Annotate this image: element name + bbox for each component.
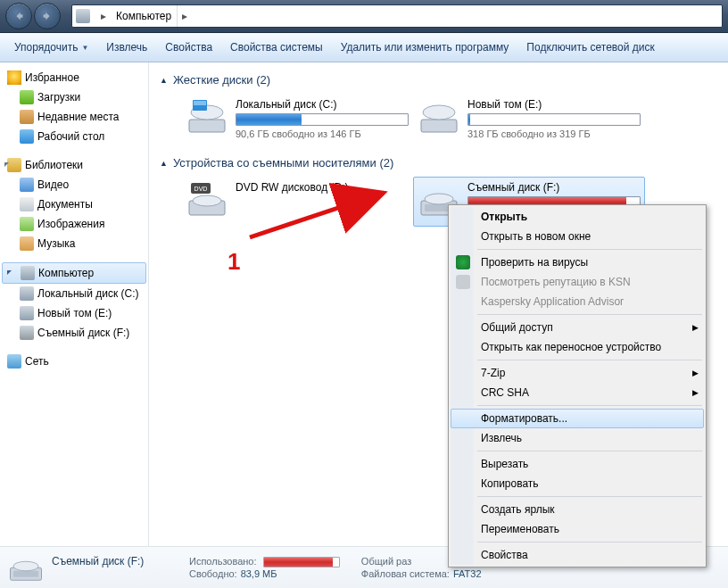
nav-libraries[interactable]: Библиотеки <box>0 155 148 175</box>
svg-text:DVD: DVD <box>194 186 208 192</box>
status-fs-label: Файловая система: <box>361 568 450 579</box>
network-icon <box>7 354 21 369</box>
capacity-bar <box>467 113 641 126</box>
titlebar: ▸ Компьютер ▸ <box>0 0 728 33</box>
organize-menu[interactable]: Упорядочить▼ <box>5 33 97 62</box>
drive-local-c[interactable]: Локальный диск (C:) 90,6 ГБ свободно из … <box>181 94 413 144</box>
removable-disk-icon <box>7 551 45 584</box>
nav-network[interactable]: Сеть <box>0 352 148 371</box>
status-free-value: 83,9 МБ <box>241 568 277 579</box>
ctx-share[interactable]: Общий доступ▶ <box>451 318 704 337</box>
ctx-properties[interactable]: Свойства <box>451 545 704 565</box>
command-bar: Упорядочить▼ Извлечь Свойства Свойства с… <box>0 33 728 62</box>
status-free-label: Свободно: <box>189 568 237 579</box>
status-size-label: Общий раз <box>361 556 411 567</box>
drive-label: DVD RW дисковод (D:) <box>236 181 409 194</box>
dvd-drive-icon: DVD <box>186 181 228 219</box>
ctx-open-new-window[interactable]: Открыть в новом окне <box>451 227 704 246</box>
eject-button[interactable]: Извлечь <box>97 33 156 62</box>
expand-caret-icon[interactable] <box>4 161 12 170</box>
svg-rect-3 <box>194 101 206 105</box>
hdd-icon <box>20 286 34 301</box>
uninstall-button[interactable]: Удалить или изменить программу <box>332 33 518 62</box>
ctx-cut[interactable]: Вырезать <box>451 454 704 474</box>
nav-favorites[interactable]: Избранное <box>0 68 148 87</box>
svg-rect-16 <box>13 571 38 577</box>
computer-icon <box>76 9 90 23</box>
map-drive-button[interactable]: Подключить сетевой диск <box>517 33 663 62</box>
submenu-arrow-icon: ▶ <box>692 388 699 397</box>
ctx-scan-virus[interactable]: Проверить на вирусы <box>451 253 704 272</box>
nav-videos[interactable]: Видео <box>0 175 148 195</box>
downloads-icon <box>20 90 34 104</box>
nav-pictures[interactable]: Изображения <box>0 214 148 234</box>
pictures-icon <box>20 217 34 231</box>
nav-removable-f[interactable]: Съемный диск (F:) <box>0 323 148 343</box>
address-bar[interactable]: ▸ Компьютер ▸ <box>71 4 723 28</box>
documents-icon <box>20 197 34 211</box>
expand-caret-icon[interactable] <box>6 269 14 277</box>
ctx-ksn-reputation: Посмотреть репутацию в KSN <box>451 272 704 292</box>
breadcrumb-computer[interactable]: Компьютер <box>111 5 178 27</box>
video-icon <box>20 178 34 192</box>
svg-point-9 <box>193 195 221 206</box>
nav-documents[interactable]: Документы <box>0 195 148 214</box>
ctx-kaspersky-advisor: Kaspersky Application Advisor <box>451 292 704 311</box>
music-icon <box>20 236 34 251</box>
shield-grey-icon <box>456 275 470 289</box>
ctx-crc-sha[interactable]: CRC SHA▶ <box>451 383 704 402</box>
breadcrumb-chevron-icon[interactable]: ▸ <box>178 10 192 22</box>
hdd-icon <box>418 98 460 136</box>
drive-dvd-d[interactable]: DVD DVD RW дисковод (D:) <box>181 177 413 227</box>
drive-label: Новый том (E:) <box>467 98 641 111</box>
capacity-bar <box>236 113 409 126</box>
status-used-label: Использовано: <box>189 556 257 567</box>
drive-label: Локальный диск (C:) <box>236 98 409 111</box>
nav-desktop[interactable]: Рабочий стол <box>0 127 148 146</box>
explorer-window: ▸ Компьютер ▸ Упорядочить▼ Извлечь Свойс… <box>0 0 728 588</box>
drive-new-volume-e[interactable]: Новый том (E:) 318 ГБ свободно из 319 ГБ <box>413 94 645 144</box>
svg-rect-4 <box>421 120 457 132</box>
nav-local-disk-c[interactable]: Локальный диск (C:) <box>0 284 148 303</box>
nav-recent[interactable]: Недавние места <box>0 107 148 127</box>
ctx-open[interactable]: Открыть <box>451 207 704 227</box>
submenu-arrow-icon: ▶ <box>692 323 699 332</box>
nav-computer[interactable]: Компьютер <box>2 262 146 284</box>
status-fs-value: FAT32 <box>453 568 482 579</box>
system-properties-button[interactable]: Свойства системы <box>221 33 332 62</box>
nav-music[interactable]: Музыка <box>0 234 148 253</box>
hdd-icon <box>20 306 34 320</box>
star-icon <box>7 70 21 85</box>
context-menu: Открыть Открыть в новом окне Проверить н… <box>448 204 707 567</box>
status-used-bar <box>263 557 340 567</box>
shield-icon <box>456 255 470 269</box>
navigation-pane: Избранное Загрузки Недавние места Рабочи… <box>0 62 149 562</box>
recent-icon <box>20 110 34 124</box>
desktop-icon <box>20 129 34 144</box>
nav-downloads[interactable]: Загрузки <box>0 87 148 107</box>
ctx-format[interactable]: Форматировать... <box>451 409 704 428</box>
free-space-text: 318 ГБ свободно из 319 ГБ <box>467 128 641 139</box>
collapse-caret-icon[interactable]: ▲ <box>160 76 168 85</box>
ctx-copy[interactable]: Копировать <box>451 474 704 493</box>
ctx-eject[interactable]: Извлечь <box>451 428 704 448</box>
submenu-arrow-icon: ▶ <box>692 369 699 377</box>
nav-new-volume-e[interactable]: Новый том (E:) <box>0 303 148 323</box>
back-button[interactable] <box>5 3 32 29</box>
collapse-caret-icon[interactable]: ▲ <box>160 159 168 168</box>
svg-rect-0 <box>189 120 225 132</box>
hdd-icon <box>186 98 228 136</box>
section-hard-disks[interactable]: ▲ Жесткие диски (2) <box>160 73 717 87</box>
removable-disk-icon <box>20 326 34 340</box>
svg-point-12 <box>425 194 453 204</box>
ctx-rename[interactable]: Переименовать <box>451 519 704 539</box>
ctx-7zip[interactable]: 7-Zip▶ <box>451 363 704 383</box>
properties-button[interactable]: Свойства <box>156 33 221 62</box>
ctx-create-shortcut[interactable]: Создать ярлык <box>451 500 704 519</box>
ctx-open-portable[interactable]: Открыть как переносное устройство <box>451 337 704 357</box>
computer-icon <box>21 266 35 280</box>
section-removable[interactable]: ▲ Устройства со съемными носителями (2) <box>160 156 717 170</box>
forward-button[interactable] <box>34 3 61 29</box>
breadcrumb-chevron-icon[interactable]: ▸ <box>96 10 111 22</box>
svg-point-17 <box>13 561 38 571</box>
